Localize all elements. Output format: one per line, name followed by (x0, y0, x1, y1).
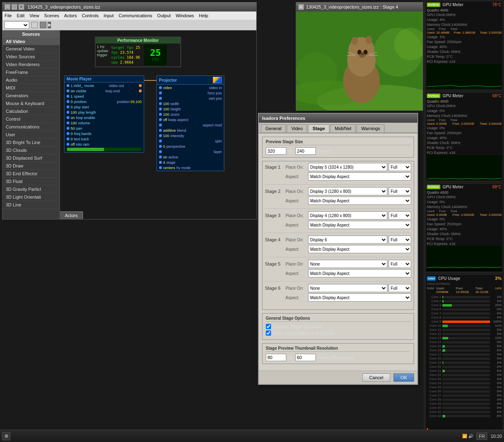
sources-3d-fluid[interactable]: 3D Fluid (2, 178, 60, 186)
sources-3d-light[interactable]: 3D Light Orientati (2, 193, 60, 201)
sources-midi[interactable]: MIDI (2, 84, 60, 92)
tab-stage[interactable]: Stage (308, 124, 329, 133)
actors-tab[interactable]: Actors (60, 211, 83, 219)
sources-3d-bright[interactable]: 3D Bright To Line (2, 139, 60, 147)
stage-6-place-dropdown[interactable]: None (308, 284, 387, 292)
stage-1-place-dropdown[interactable]: Display 5 (1024 x 1280) (308, 163, 387, 171)
start-button[interactable]: ⊞ (2, 432, 10, 440)
stage-3-full-dropdown[interactable]: Full (389, 211, 411, 220)
sources-video-sources[interactable]: Video Sources (2, 53, 60, 61)
cpu-core-label-21: Core 24 (427, 381, 441, 385)
sources-3d-gravity[interactable]: 3D Gravity Particl (2, 186, 60, 193)
menu-actors[interactable]: Actors (64, 13, 77, 18)
menu-communications[interactable]: Communications (119, 13, 152, 18)
cpu-core-pct-7: 11% (491, 324, 502, 327)
sources-control[interactable]: Control (2, 115, 60, 123)
toolbar-close[interactable]: ✕ (31, 22, 38, 28)
menu-file[interactable]: File (5, 13, 12, 18)
menu-scenes[interactable]: Scenes (44, 13, 59, 18)
menu-help[interactable]: Help (199, 13, 208, 18)
tab-video[interactable]: Video (287, 124, 307, 133)
tab-midinet[interactable]: Midi/Net (330, 124, 356, 133)
menu-edit[interactable]: Edit (17, 13, 25, 18)
stage4-close-btn[interactable]: ✕ (298, 4, 304, 10)
sources-general-video[interactable]: General Video (2, 45, 60, 53)
tab-warnings[interactable]: Warnings (357, 124, 384, 133)
cpu-core-bar-bg-29 (442, 415, 490, 417)
stage-1-aspect-dropdown[interactable]: Match Display Aspect (308, 172, 411, 181)
cpu-core-row-25: Core 280% (427, 398, 502, 401)
thumbnail-height-input[interactable] (295, 354, 316, 361)
cpu-core-row-22: Core 250% (427, 385, 502, 389)
tab-general[interactable]: General (261, 124, 286, 133)
stage-4-full-dropdown[interactable]: Full (389, 236, 411, 244)
menu-view[interactable]: View (30, 13, 39, 18)
cpu-core-bar-bg-5 (442, 316, 490, 319)
sources-video-renderers[interactable]: Video Renderers (2, 61, 60, 69)
sources-freeframe[interactable]: FreeFrame (2, 69, 60, 76)
cpu-core-row-7: Core 1011% (427, 324, 502, 327)
gpu-1-fan: Fan Speed: 2550rpm (427, 40, 462, 44)
sources-3d-displaced[interactable]: 3D Displaced Surf (2, 154, 60, 162)
gpu-3-fan-row: Fan Speed: 2520rpm (427, 222, 502, 227)
stage-3-place-dropdown[interactable]: Display 4 (1280 x 800) (308, 211, 387, 220)
toolbar-icon2[interactable]: ▶ (48, 22, 51, 28)
stage-4-aspect-dropdown[interactable]: Match Display Aspect (308, 245, 411, 253)
stage-5-aspect-dropdown[interactable]: Match Display Aspect (308, 269, 411, 277)
sources-all-video[interactable]: All Video (2, 38, 60, 45)
sources-calculation[interactable]: Calculation (2, 108, 60, 115)
sources-3d-clouds[interactable]: 3D Clouds (2, 147, 60, 154)
stage-4-place-dropdown[interactable]: Display 6 (308, 236, 387, 244)
isadora-prefs-dialog: Isadora Preferences General Video Stage … (258, 113, 418, 385)
menu-controls[interactable]: Controls (82, 13, 99, 18)
thumbnail-width-input[interactable] (266, 354, 286, 361)
ok-button[interactable]: OK (394, 373, 414, 382)
sources-3d-line[interactable]: 3D Line (2, 201, 60, 209)
sources-user[interactable]: User (2, 131, 60, 139)
preview-height-input[interactable] (295, 147, 316, 155)
cpu-core-bar-bg-26 (442, 403, 490, 405)
stage-6-full-dropdown[interactable]: Full (389, 284, 411, 292)
movie-val-0-freq: 0 (71, 132, 73, 136)
minimize-btn[interactable]: _ (5, 4, 10, 10)
preview-width-input[interactable] (266, 147, 286, 155)
menu-input[interactable]: Input (104, 13, 113, 18)
gpu-3-header: NVIDIA GPU Meter 68°C (427, 185, 502, 189)
taskbar-lang[interactable]: FR (476, 433, 488, 440)
stage-3-aspect-dropdown[interactable]: Match Display Aspect (308, 221, 411, 229)
stage-2-place-dropdown[interactable]: Display 3 (1280 x 800) (308, 187, 387, 195)
svg-rect-22 (427, 246, 502, 269)
menu-windows[interactable]: Windows (176, 13, 194, 18)
close-btn[interactable]: ✕ (18, 4, 24, 10)
sources-mouse-keyboard[interactable]: Mouse & Keyboard (2, 100, 60, 108)
sources-generators[interactable]: Generators (2, 92, 60, 100)
sources-communications[interactable]: Communications (2, 123, 60, 131)
gpu-1-shader-row: Shader Clock: 0MHz (427, 49, 502, 54)
cpu-core-row-8: Core 110% (427, 328, 502, 332)
sources-3d-draw[interactable]: 3D Draw (2, 162, 60, 170)
port-proj-in3 (159, 97, 162, 100)
sources-audio[interactable]: Audio (2, 76, 60, 84)
toolbar-icon1[interactable] (40, 22, 46, 28)
floating-windows-checkbox[interactable] (266, 324, 271, 329)
cpu-core-pct-24: 0% (491, 394, 502, 397)
stage-1-aspect-label: Aspect: (285, 174, 308, 179)
cpu-core-bar-bg-25 (442, 398, 490, 401)
hide-cursor-checkbox[interactable] (266, 330, 271, 336)
sources-3d-end-effector[interactable]: 3D End Effector (2, 170, 60, 178)
stage-1-full-dropdown[interactable]: Full (389, 163, 411, 171)
stage-6-place-label: Place On: (285, 286, 308, 291)
menu-output[interactable]: Output (157, 13, 171, 18)
stage-1-place-row: Stage 1 Place On: Display 5 (1024 x 1280… (265, 163, 411, 171)
stage-5-place-dropdown[interactable]: None (308, 260, 387, 268)
stage-2-full-dropdown[interactable]: Full (389, 187, 411, 195)
cpu-core-label-12: Core 15 (427, 344, 441, 348)
stage-6-aspect-dropdown[interactable]: Match Display Aspect (308, 293, 411, 302)
general-stage-options-title: General Stage Options (266, 316, 410, 322)
maximize-btn[interactable]: □ (12, 4, 17, 10)
cpu-panel: intel CPU Usage 3% Clock:2376MHz RAM Use… (425, 274, 503, 442)
toolbar-dropdown[interactable] (5, 21, 29, 29)
cancel-button[interactable]: Cancel (362, 373, 390, 382)
stage-5-full-dropdown[interactable]: Full (389, 260, 411, 268)
stage-2-aspect-dropdown[interactable]: Match Display Aspect (308, 197, 411, 205)
